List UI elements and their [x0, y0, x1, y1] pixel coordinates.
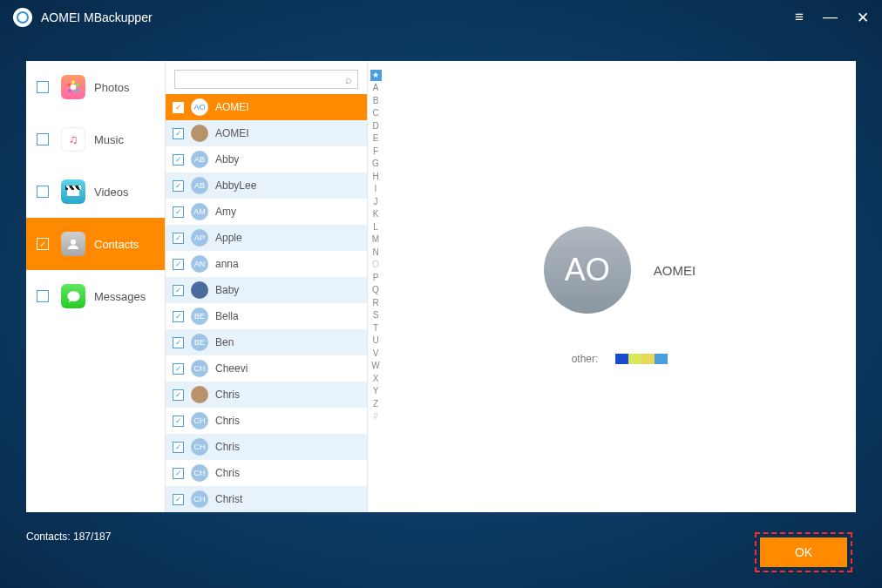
- search-input[interactable]: [180, 73, 345, 85]
- contact-list-pane: ⌕ ✓AOAOMEI✓AOMEI✓ABAbby✓ABAbbyLee✓AMAmy✓…: [166, 61, 368, 512]
- contact-row[interactable]: ✓ABAbby: [166, 146, 367, 172]
- alpha-R[interactable]: R: [368, 297, 383, 310]
- color-stripe: [615, 354, 668, 364]
- contact-name: AOMEI: [654, 263, 695, 278]
- alpha-Q[interactable]: Q: [368, 284, 383, 297]
- checkbox-icon[interactable]: ✓: [173, 311, 184, 322]
- alpha-A[interactable]: A: [368, 82, 383, 95]
- alpha-O[interactable]: O: [368, 259, 383, 272]
- alpha-M[interactable]: M: [368, 233, 383, 247]
- close-button[interactable]: ✕: [857, 9, 869, 27]
- music-icon: ♫: [61, 127, 85, 152]
- avatar-icon: [191, 125, 208, 142]
- contact-row[interactable]: ✓CHCheevi: [166, 355, 367, 382]
- svg-point-2: [76, 84, 79, 87]
- contact-row[interactable]: ✓Chris: [166, 382, 367, 408]
- alpha-I[interactable]: I: [368, 183, 383, 196]
- checkbox-icon[interactable]: ✓: [173, 259, 184, 270]
- alpha-E[interactable]: E: [368, 132, 383, 145]
- star-icon[interactable]: ★: [370, 70, 382, 81]
- contact-row[interactable]: ✓CHChris: [166, 408, 367, 434]
- contact-row[interactable]: ✓Baby: [166, 277, 367, 303]
- avatar-icon: [191, 281, 208, 299]
- contact-row-name: AbbyLee: [215, 179, 256, 192]
- alpha-B[interactable]: B: [368, 95, 383, 108]
- alpha-H[interactable]: H: [368, 171, 383, 184]
- checkbox-icon[interactable]: ✓: [173, 128, 184, 139]
- checkbox-icon[interactable]: ✓: [173, 363, 184, 375]
- contact-row-name: Chris: [215, 389, 240, 401]
- contact-row[interactable]: ✓AMAmy: [166, 199, 367, 225]
- ok-button[interactable]: OK: [760, 537, 847, 567]
- checkbox-icon[interactable]: ✓: [173, 442, 184, 453]
- contact-row[interactable]: ✓BEBella: [166, 303, 367, 329]
- sidebar-item-photos[interactable]: Photos: [26, 61, 165, 113]
- contact-row[interactable]: ✓AOAOMEI: [166, 94, 367, 120]
- alpha-S[interactable]: S: [368, 309, 383, 322]
- alpha-K[interactable]: K: [368, 208, 383, 221]
- avatar-icon: BE: [191, 334, 208, 351]
- alpha-#[interactable]: #: [368, 410, 383, 423]
- checkbox-icon[interactable]: ✓: [173, 468, 184, 479]
- ok-highlight: OK: [755, 532, 852, 572]
- alpha-P[interactable]: P: [368, 272, 383, 285]
- avatar-icon: CH: [191, 438, 208, 456]
- checkbox-icon[interactable]: ✓: [173, 206, 184, 218]
- alpha-V[interactable]: V: [368, 348, 383, 361]
- alpha-U[interactable]: U: [368, 335, 383, 348]
- contact-row[interactable]: ✓CHChrist: [166, 486, 367, 512]
- alpha-X[interactable]: X: [368, 373, 383, 386]
- contact-row[interactable]: ✓BEBen: [166, 329, 367, 355]
- contact-row-name: Apple: [215, 232, 242, 244]
- checkbox-icon[interactable]: ✓: [37, 238, 49, 250]
- checkbox-icon[interactable]: ✓: [173, 389, 184, 401]
- alpha-W[interactable]: W: [368, 360, 383, 373]
- checkbox-icon[interactable]: ✓: [173, 233, 184, 244]
- checkbox-icon[interactable]: [37, 186, 49, 198]
- alpha-G[interactable]: G: [368, 158, 383, 171]
- checkbox-icon[interactable]: ✓: [173, 494, 184, 505]
- checkbox-icon[interactable]: ✓: [173, 154, 184, 166]
- avatar-icon: AB: [191, 151, 208, 168]
- main-panel: Photos ♫ Music Videos ✓ Contacts Message…: [26, 61, 856, 512]
- checkbox-icon[interactable]: ✓: [173, 180, 184, 192]
- search-icon[interactable]: ⌕: [345, 73, 352, 86]
- checkbox-icon[interactable]: [37, 290, 49, 302]
- contact-row[interactable]: ✓CHChris: [166, 434, 367, 460]
- alpha-N[interactable]: N: [368, 247, 383, 260]
- messages-icon: [61, 284, 85, 308]
- alpha-F[interactable]: F: [368, 145, 383, 159]
- alpha-J[interactable]: J: [368, 196, 383, 209]
- checkbox-icon[interactable]: [37, 81, 49, 93]
- contact-count: Contacts: 187/187: [26, 531, 111, 543]
- contact-row[interactable]: ✓CHChris: [166, 460, 367, 486]
- checkbox-icon[interactable]: ✓: [173, 416, 184, 427]
- contact-row[interactable]: ✓AOMEI: [166, 120, 367, 146]
- contact-row-name: Cheevi: [215, 362, 248, 375]
- alpha-L[interactable]: L: [368, 221, 383, 234]
- alpha-D[interactable]: D: [368, 120, 383, 133]
- checkbox-icon[interactable]: ✓: [173, 285, 184, 296]
- list-view-button[interactable]: ≡: [795, 9, 804, 26]
- contact-row[interactable]: ✓APApple: [166, 225, 367, 251]
- sidebar-item-music[interactable]: ♫ Music: [26, 113, 165, 166]
- alpha-index[interactable]: ★ ABCDEFGHIJKLMNOPQRSTUVWXYZ#: [368, 61, 383, 512]
- contact-row[interactable]: ✓ABAbbyLee: [166, 172, 367, 199]
- checkbox-icon[interactable]: [37, 133, 49, 145]
- minimize-button[interactable]: —: [823, 9, 838, 26]
- sidebar-item-videos[interactable]: Videos: [26, 166, 165, 218]
- sidebar-item-messages[interactable]: Messages: [26, 270, 165, 322]
- search-box[interactable]: ⌕: [174, 70, 358, 89]
- alpha-Z[interactable]: Z: [368, 398, 383, 411]
- alpha-T[interactable]: T: [368, 322, 383, 335]
- sidebar-label: Messages: [94, 290, 146, 303]
- alpha-Y[interactable]: Y: [368, 385, 383, 398]
- checkbox-icon[interactable]: ✓: [173, 337, 184, 348]
- checkbox-icon[interactable]: ✓: [173, 102, 184, 113]
- contact-row[interactable]: ✓ANanna: [166, 251, 367, 277]
- contact-row-name: Amy: [215, 206, 236, 218]
- avatar-icon: [191, 386, 208, 403]
- contact-list[interactable]: ✓AOAOMEI✓AOMEI✓ABAbby✓ABAbbyLee✓AMAmy✓AP…: [166, 94, 367, 512]
- sidebar-item-contacts[interactable]: ✓ Contacts: [26, 218, 165, 270]
- alpha-C[interactable]: C: [368, 107, 383, 120]
